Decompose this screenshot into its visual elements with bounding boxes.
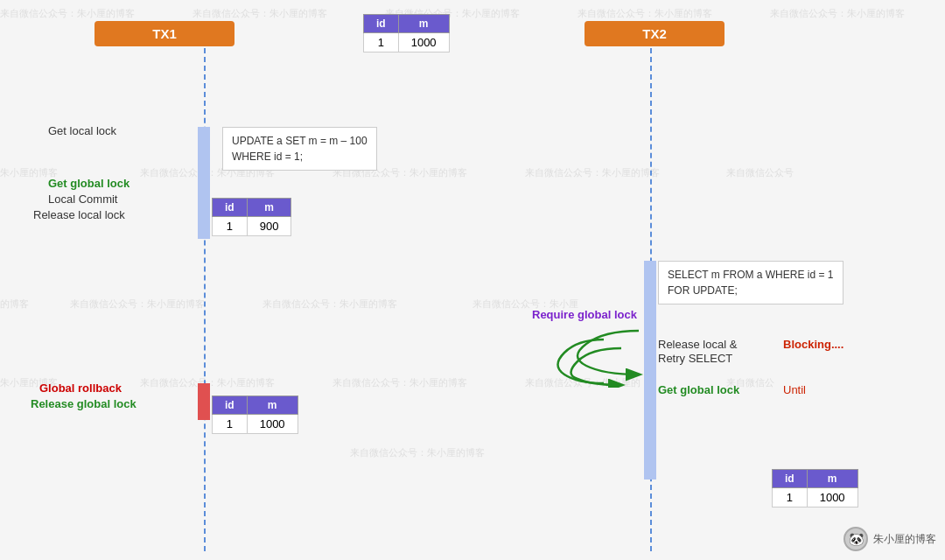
watermark: 来自微信公众号：朱小厘的博客: [350, 446, 485, 459]
watermark: 来自微信公众号：朱小厘的博客: [332, 376, 467, 389]
bottom-brand: 🐼 朱小厘的博客: [844, 527, 936, 551]
table-tx1-mid: id m 1 900: [212, 198, 291, 236]
brand-text: 朱小厘的博客: [873, 532, 936, 547]
tx1-timeline-line: [204, 48, 206, 551]
watermark: 的博客: [0, 298, 29, 311]
tx2-get-global-lock-label: Get global lock: [658, 383, 739, 396]
tx1-rollback-bar: [198, 383, 210, 420]
brand-avatar: 🐼: [844, 527, 868, 551]
table-top-id: 1: [364, 33, 399, 52]
get-local-lock-label: Get local lock: [48, 124, 116, 137]
tx1-code-box: UPDATE a SET m = m – 100 WHERE id = 1;: [222, 127, 377, 171]
tx1-box: TX1: [94, 21, 234, 46]
tx2-code-box: SELECT m FROM a WHERE id = 1 FOR UPDATE;: [658, 261, 844, 304]
table-tx2-bottom: id m 1 1000: [772, 469, 858, 508]
watermark: 来自微信公众号: [726, 166, 794, 179]
table-top: id m 1 1000: [363, 14, 450, 52]
col-m: m: [247, 199, 291, 217]
release-local-lock-label: Release local lock: [33, 208, 125, 221]
until-label: Until: [783, 383, 806, 396]
watermark: 来自微信公众号：朱小厘的博客: [262, 298, 397, 311]
require-global-lock-label: Require global lock: [532, 308, 637, 321]
tx1-mid-id: 1: [213, 217, 248, 236]
col-m: m: [247, 396, 298, 415]
col-id: id: [213, 396, 248, 415]
tx1-label: TX1: [152, 26, 177, 41]
diagram: 来自微信公众号：朱小厘的博客 来自微信公众号：朱小厘的博客 来自微信公众号：朱小…: [0, 0, 945, 560]
release-local-label: Release local &: [658, 338, 737, 351]
tx2-bottom-m: 1000: [807, 488, 858, 508]
col-id: id: [773, 470, 808, 488]
col-m: m: [807, 470, 858, 488]
tx2-box: TX2: [584, 21, 724, 46]
watermark: 来自微信公众号：朱小厘的博客: [192, 7, 327, 20]
release-global-lock-label: Release global lock: [31, 397, 136, 410]
tx2-label: TX2: [642, 26, 667, 41]
col-m-header: m: [398, 15, 449, 33]
tx1-active-bar: [198, 127, 210, 239]
global-rollback-label: Global rollback: [39, 382, 122, 395]
blocking-label: Blocking....: [783, 338, 844, 351]
table-top-m: 1000: [398, 33, 449, 52]
get-global-lock-label: Get global lock: [48, 177, 130, 190]
watermark: 来自微信公众号：朱小厘的博客: [0, 7, 135, 20]
local-commit-label: Local Commit: [48, 192, 117, 206]
col-id: id: [213, 199, 248, 217]
watermark: 来自微信公众号：朱小厘的博客: [70, 298, 205, 311]
table-tx1-bottom: id m 1 1000: [212, 396, 298, 434]
watermark: 来自微信公众号：朱小厘的博客: [578, 7, 712, 20]
watermark: 来自微信公众号：朱小厘的博客: [525, 166, 660, 179]
tx1-bottom-id: 1: [213, 415, 248, 434]
retry-arrows: [534, 322, 656, 388]
watermark: 来自微信公众号：朱小厘的博客: [770, 7, 905, 20]
tx1-mid-m: 900: [247, 217, 291, 236]
col-id-header: id: [364, 15, 399, 33]
tx1-bottom-m: 1000: [247, 415, 298, 434]
tx2-bottom-id: 1: [773, 488, 808, 508]
retry-select-label: Retry SELECT: [658, 352, 732, 365]
